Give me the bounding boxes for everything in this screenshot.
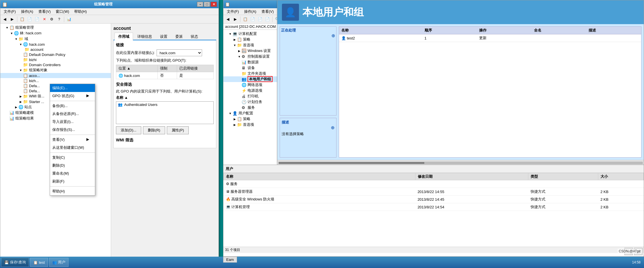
tree-item-ddp[interactable]: 📋 Default Domain Policy (0, 52, 111, 57)
eam-tab[interactable]: Eam (223, 257, 237, 263)
scrollbar-thumb[interactable] (279, 162, 424, 164)
menu-window[interactable]: 窗口(W) (53, 9, 71, 15)
ddp-icon: 📋 (23, 52, 28, 57)
menu-view[interactable]: 查看(V) (36, 9, 53, 15)
description-text: 没有选择策略 (282, 131, 335, 137)
ctx-new-window[interactable]: 从这里创建窗口(W) (50, 144, 95, 152)
tab-delegate[interactable]: 委派 (172, 33, 186, 40)
tree-item-forest[interactable]: ▼ 🌐 林: hack.com (0, 30, 111, 36)
tasks-icon: 🕐 (242, 100, 247, 104)
description-title[interactable]: 描述 (282, 120, 335, 125)
editor-menu-file[interactable]: 文件(F) (225, 9, 241, 15)
tab-details[interactable]: 详细信息 (134, 33, 156, 40)
tree-item-hackcom[interactable]: ▼ 🌐 hack.com (0, 42, 111, 47)
minimize-button[interactable]: － (197, 2, 203, 7)
menu-file[interactable]: 文件(F) (1, 9, 18, 15)
table-header-row: 名称 顺序 操作 全名 描述 (339, 27, 641, 34)
file-row[interactable]: 💻 计算机管理 2013/8/22 14:54 快捷方式 2 KB (224, 203, 644, 211)
processing-title[interactable]: 正在处理 (281, 28, 335, 33)
tree-item-bizhi[interactable]: 📁 bizhi (0, 57, 111, 62)
show-hide-button[interactable]: 📋 (19, 16, 26, 23)
results-icon: 📊 (9, 116, 14, 121)
editor-copy[interactable]: 📄 (249, 16, 256, 23)
ctx-gpo-status[interactable]: GPO 状态(G)▶ (50, 92, 95, 100)
col-desc: 描述 (586, 27, 641, 34)
taskbar-right: 14:58 (632, 260, 643, 264)
ctx-import[interactable]: 导入设置(I)... (50, 118, 95, 126)
remove-button[interactable]: 删除(R) (143, 126, 165, 134)
forward-button[interactable]: ▶ (9, 16, 16, 23)
help-button[interactable]: ? (56, 16, 63, 23)
ctx-save-report[interactable]: 保存报告(S)... (50, 126, 95, 134)
taskbar-btn-test[interactable]: 📋 test (30, 258, 48, 267)
files-window: 用户 名称 修改日期 类型 大小 ⚙ 服务 🖥 服务器管理 (223, 165, 644, 257)
tree-item-acco[interactable]: 📋 acco... (0, 73, 111, 78)
tab-settings[interactable]: 设置 (156, 33, 171, 40)
tree-item-account[interactable]: 📁 account (0, 47, 111, 52)
file-row[interactable]: 🖥 服务器管理器 2013/8/22 14:55 快捷方式 2 KB (224, 188, 644, 196)
computer-expand: ▼ (228, 32, 232, 35)
user-prefs-icon: 📁 (237, 122, 242, 127)
delete-button[interactable]: ✕ (41, 16, 48, 23)
taskbar-btn-save[interactable]: 💾 保存\查询 (1, 258, 29, 267)
ctx-copy[interactable]: 复制(C) (50, 154, 95, 162)
extra-button[interactable]: 📊 (66, 16, 72, 23)
col-enabled: 已启用链接 (177, 65, 213, 72)
maximize-button[interactable]: □ (204, 2, 210, 7)
tree-bizh-label: bizh... (29, 79, 39, 83)
editor-more2[interactable]: 📄 (264, 16, 271, 23)
properties-button-sec[interactable]: 属性(P) (167, 126, 189, 134)
properties-button[interactable]: ⚙ (48, 16, 55, 23)
paste-button[interactable]: 📄 (34, 16, 40, 23)
add-button[interactable]: 添加(D)... (116, 126, 141, 134)
table-row[interactable]: 🌐 hack.com 否 是 (116, 72, 214, 79)
user-prefs-expand: ▶ (232, 123, 237, 126)
ctx-backup[interactable]: 备份(B)... (50, 102, 95, 110)
editor-more1[interactable]: 📄 (257, 16, 263, 23)
ctx-help[interactable]: 帮助(H) (50, 187, 95, 195)
menu-action[interactable]: 操作(A) (19, 9, 36, 15)
file-row[interactable]: ⚙ 服务 (224, 180, 644, 188)
ctx-delete[interactable]: 删除(D) (50, 162, 95, 169)
tree-item-dc[interactable]: 📁 Domain Controllers (0, 62, 111, 67)
editor-back[interactable]: ◀ (225, 16, 231, 23)
tab-scope[interactable]: 作用域 (115, 33, 133, 40)
taskbar-btn-user[interactable]: 👥 用户 (49, 258, 68, 267)
localgroup-left-col: 正在处理 ⊕ 描述 ⊕ 没有选择策略 (280, 26, 336, 158)
table-row[interactable]: 👤 test2 1 更新 (339, 34, 641, 42)
file-type (528, 180, 598, 188)
copy-button[interactable]: 📄 (26, 16, 33, 23)
ctx-edit[interactable]: 编辑(E)... (50, 84, 95, 92)
editor-menu-view[interactable]: 查看(V) (259, 9, 276, 15)
editor-menu-action[interactable]: 操作(A) (242, 9, 259, 15)
computer-icon: 💻 (232, 32, 238, 36)
tree-root[interactable]: ▼ 📋 组策略管理 (0, 25, 111, 30)
tab-status[interactable]: 状态 (187, 33, 202, 40)
tree-item-gpo-objects[interactable]: ▼ 📁 组策略对象 (0, 67, 111, 73)
description-expand[interactable]: ⊕ (282, 125, 335, 130)
network-icon: 🌐 (242, 83, 247, 87)
user-config-label: 用户配置 (238, 111, 253, 116)
processing-expand[interactable]: ⊕ (281, 33, 335, 38)
files-col-size: 大小 (598, 173, 644, 180)
tree-item-domain-root[interactable]: ▼ 📁 域 (0, 36, 111, 42)
back-button[interactable]: ◀ (1, 16, 8, 23)
tree-item-bizh[interactable]: 📋 bizh... (0, 78, 111, 83)
ctx-rename[interactable]: 重命名(M) (50, 169, 95, 177)
datasrc-icon: 📊 (242, 60, 247, 64)
ctx-view[interactable]: 查看(V)▶ (50, 136, 95, 144)
ctx-restore[interactable]: 从备份还原(R)... (50, 110, 95, 118)
ctx-refresh[interactable]: 刷新(F) (50, 177, 95, 185)
tree-domain-root-label: 域 (24, 36, 28, 41)
link-select[interactable]: hack.com (157, 49, 202, 56)
tree-bizhi-label: bizhi (29, 58, 37, 62)
file-row[interactable]: 🔥 高级安全 Windows 防火墙 2013/8/22 14:45 快捷方式 … (224, 196, 644, 203)
menu-help[interactable]: 帮助(H) (72, 9, 89, 15)
editor-show[interactable]: 📋 (242, 16, 249, 23)
close-button[interactable]: ✕ (211, 2, 217, 7)
printer-icon: 🖨 (242, 94, 247, 99)
location-icon: 🌐 (119, 74, 123, 78)
editor-forward[interactable]: ▶ (232, 16, 239, 23)
security-item[interactable]: 👥 Authenticated Users (116, 102, 213, 108)
file-size: 2 KB (598, 196, 644, 203)
